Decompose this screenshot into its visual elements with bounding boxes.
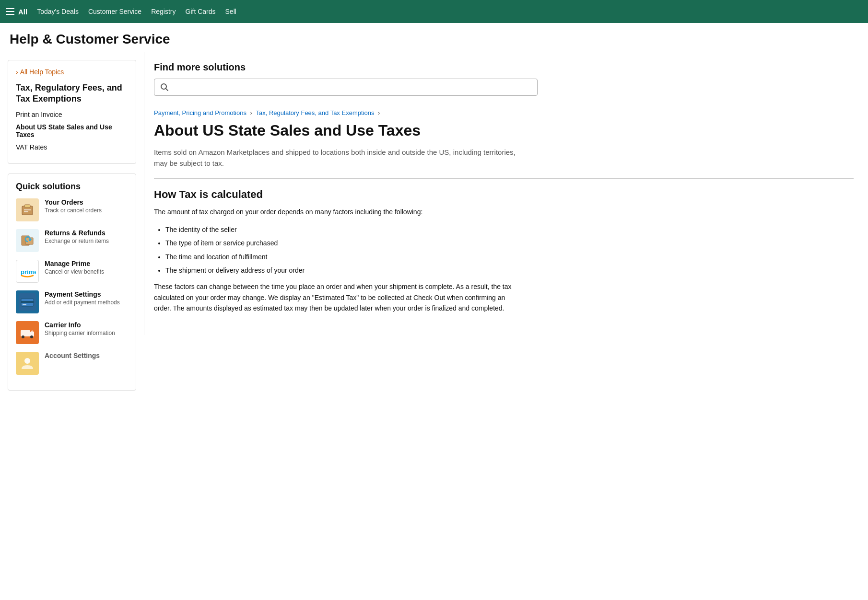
svg-point-16 (22, 335, 24, 338)
qs-item-account[interactable]: Account Settings (16, 352, 128, 375)
qs-returns-text: Returns & Refunds Exchange or return ite… (45, 229, 109, 245)
search-icon (160, 83, 169, 92)
page-header: Help & Customer Service (0, 23, 868, 52)
sidebar-nav-link-2[interactable]: VAT Rates (16, 143, 47, 151)
sidebar-section-title: Tax, Regulatory Fees, and Tax Exemptions (16, 82, 128, 105)
qs-item-payment[interactable]: Payment Settings Add or edit payment met… (16, 290, 128, 313)
qs-item-orders[interactable]: Your Orders Track or cancel orders (16, 198, 128, 221)
payment-icon (16, 290, 39, 313)
qs-payment-title: Payment Settings (45, 290, 120, 298)
section1-body-para: These factors can change between the tim… (154, 281, 518, 313)
article-title: About US State Sales and Use Taxes (154, 121, 854, 139)
sidebar-nav-link-0[interactable]: Print an Invoice (16, 111, 62, 118)
prime-icon: prime (16, 260, 39, 283)
nav-all-label: All (18, 8, 27, 16)
qs-account-text: Account Settings (45, 352, 100, 360)
svg-point-17 (30, 335, 33, 338)
qs-returns-title: Returns & Refunds (45, 229, 109, 237)
search-input[interactable] (173, 83, 531, 91)
nav-bar: All Today's Deals Customer Service Regis… (0, 0, 868, 23)
nav-todays-deals[interactable]: Today's Deals (37, 8, 79, 15)
qs-item-carrier[interactable]: Carrier Info Shipping carrier informatio… (16, 321, 128, 344)
qs-payment-text: Payment Settings Add or edit payment met… (45, 290, 120, 307)
qs-prime-text: Manage Prime Cancel or view benefits (45, 260, 104, 276)
svg-rect-13 (23, 304, 26, 305)
nav-links: Today's Deals Customer Service Registry … (37, 8, 236, 15)
nav-all-menu[interactable]: All (6, 8, 27, 16)
all-help-label: All Help Topics (20, 68, 64, 76)
qs-orders-sub: Track or cancel orders (45, 207, 102, 215)
qs-item-prime[interactable]: prime Manage Prime Cancel or view benefi… (16, 260, 128, 283)
qs-carrier-text: Carrier Info Shipping carrier informatio… (45, 321, 115, 337)
sidebar-nav-item-2[interactable]: VAT Rates (16, 143, 128, 151)
breadcrumb: Payment, Pricing and Promotions › Tax, R… (154, 109, 854, 116)
nav-sell[interactable]: Sell (225, 8, 236, 15)
returns-icon (16, 229, 39, 252)
article-intro: Items sold on Amazon Marketplaces and sh… (154, 147, 518, 169)
section1-heading: How Tax is calculated (154, 188, 854, 201)
qs-account-title: Account Settings (45, 352, 100, 359)
quick-solutions-title: Quick solutions (16, 182, 128, 192)
sidebar-nav-list: Print an Invoice About US State Sales an… (16, 111, 128, 151)
orders-icon (16, 198, 39, 221)
qs-returns-sub: Exchange or return items (45, 238, 109, 245)
page-title: Help & Customer Service (10, 32, 858, 47)
quick-solutions-box: Quick solutions Your Orders Track or can… (8, 173, 136, 391)
chevron-left-icon: › (16, 68, 18, 76)
qs-prime-title: Manage Prime (45, 260, 104, 267)
qs-carrier-sub: Shipping carrier information (45, 330, 115, 337)
qs-carrier-title: Carrier Info (45, 321, 115, 329)
svg-rect-15 (21, 330, 30, 336)
all-help-topics-link[interactable]: › All Help Topics (16, 68, 128, 76)
qs-orders-title: Your Orders (45, 198, 102, 206)
nav-gift-cards[interactable]: Gift Cards (186, 8, 216, 15)
sidebar-nav-link-1[interactable]: About US State Sales and Use Taxes (16, 123, 112, 138)
breadcrumb-link-1[interactable]: Tax, Regulatory Fees, and Tax Exemptions (256, 109, 375, 116)
svg-rect-12 (21, 301, 34, 303)
breadcrumb-link-0[interactable]: Payment, Pricing and Promotions (154, 109, 246, 116)
section1-bullet-list: The identity of the seller The type of i… (154, 224, 518, 276)
qs-payment-sub: Add or edit payment methods (45, 299, 120, 307)
svg-point-19 (24, 358, 30, 364)
sidebar-nav-item-0[interactable]: Print an Invoice (16, 111, 128, 118)
content-area: Find more solutions Payment, Pricing and… (144, 52, 868, 335)
bullet-item-3: The shipment or delivery address of your… (165, 265, 518, 276)
sidebar-topics-box: › All Help Topics Tax, Regulatory Fees, … (8, 60, 136, 164)
svg-line-21 (166, 89, 168, 91)
article-body: The amount of tax charged on your order … (154, 207, 518, 313)
bullet-item-1: The type of item or service purchased (165, 238, 518, 248)
section1-intro: The amount of tax charged on your order … (154, 207, 518, 217)
find-solutions-title: Find more solutions (154, 62, 854, 73)
qs-item-returns[interactable]: Returns & Refunds Exchange or return ite… (16, 229, 128, 252)
nav-registry[interactable]: Registry (151, 8, 176, 15)
sidebar: › All Help Topics Tax, Regulatory Fees, … (0, 52, 144, 398)
carrier-icon (16, 321, 39, 344)
main-layout: › All Help Topics Tax, Regulatory Fees, … (0, 52, 868, 398)
breadcrumb-separator-1: › (378, 109, 380, 116)
search-box-wrap (154, 79, 538, 96)
breadcrumb-separator-0: › (250, 109, 254, 116)
nav-customer-service[interactable]: Customer Service (88, 8, 141, 15)
sidebar-nav-item-1[interactable]: About US State Sales and Use Taxes (16, 123, 128, 138)
qs-prime-sub: Cancel or view benefits (45, 268, 104, 276)
hamburger-icon[interactable] (6, 8, 14, 15)
svg-rect-2 (24, 205, 30, 208)
svg-text:prime: prime (21, 268, 36, 276)
bullet-item-0: The identity of the seller (165, 224, 518, 235)
account-icon (16, 352, 39, 375)
bullet-item-2: The time and location of fulfillment (165, 252, 518, 262)
content-divider (154, 178, 854, 179)
qs-orders-text: Your Orders Track or cancel orders (45, 198, 102, 215)
